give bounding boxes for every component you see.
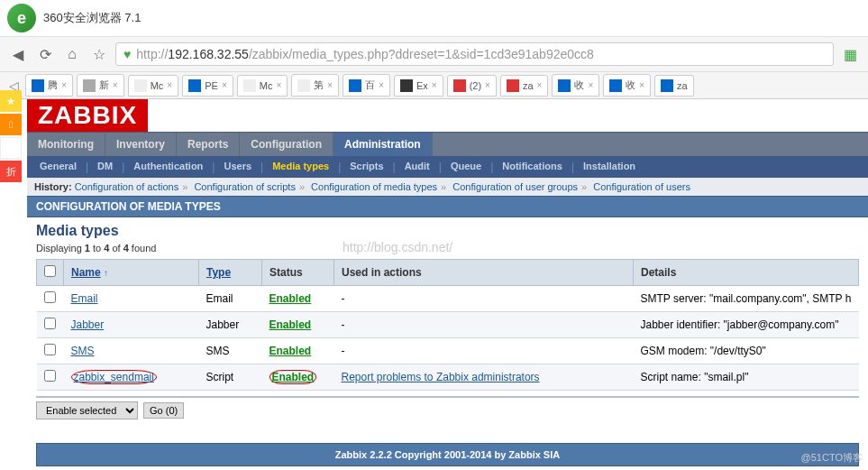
- browser-title: 360安全浏览器 7.1: [43, 10, 141, 26]
- browser-tab[interactable]: 收×: [552, 74, 599, 97]
- media-name-link[interactable]: Email: [71, 292, 98, 305]
- table-row: SMS SMS Enabled - GSM modem: "/dev/ttyS0…: [37, 338, 859, 364]
- submenu-queue[interactable]: Queue: [443, 156, 489, 178]
- row-checkbox[interactable]: [44, 291, 56, 303]
- col-type-sort[interactable]: Type: [206, 266, 231, 279]
- qr-icon[interactable]: ▦: [839, 43, 861, 65]
- table-row: Email Email Enabled - SMTP server: "mail…: [37, 286, 859, 312]
- star-icon[interactable]: ★: [0, 90, 22, 112]
- browser-tab[interactable]: Ex×: [394, 75, 443, 97]
- bulk-action-select[interactable]: Enable selected: [36, 401, 138, 419]
- zabbix-logo: ZABBIX: [27, 99, 148, 132]
- back-button[interactable]: ◀: [7, 43, 29, 65]
- browser-tab[interactable]: za×: [500, 75, 548, 97]
- row-checkbox[interactable]: [44, 370, 56, 382]
- menu-inventory[interactable]: Inventory: [105, 133, 177, 156]
- browser-title-bar: e 360安全浏览器 7.1: [0, 0, 868, 36]
- browser-tab[interactable]: 百×: [343, 74, 390, 97]
- media-type: Jabber: [199, 312, 262, 338]
- submenu-general[interactable]: General: [32, 156, 84, 178]
- history-link[interactable]: Configuration of users: [593, 181, 690, 192]
- submenu-authentication[interactable]: Authentication: [126, 156, 210, 178]
- close-icon[interactable]: ×: [379, 80, 384, 90]
- zabbix-app: ZABBIX Monitoring Inventory Reports Conf…: [27, 99, 868, 466]
- browser-tab[interactable]: 收×: [603, 74, 651, 97]
- menu-reports[interactable]: Reports: [177, 133, 240, 156]
- close-icon[interactable]: ×: [276, 80, 281, 90]
- footer: Zabbix 2.2.2 Copyright 2001-2014 by Zabb…: [36, 443, 859, 466]
- star-button[interactable]: ☆: [88, 43, 110, 65]
- close-icon[interactable]: ×: [61, 80, 67, 90]
- history-link[interactable]: Configuration of user groups: [452, 181, 578, 192]
- history-link[interactable]: Configuration of scripts: [194, 181, 296, 192]
- close-icon[interactable]: ×: [537, 80, 543, 90]
- history-link[interactable]: Configuration of media types: [311, 181, 437, 192]
- cart-icon[interactable]: 折: [0, 161, 22, 182]
- menu-monitoring[interactable]: Monitoring: [27, 133, 105, 156]
- media-name-link[interactable]: zabbix_sendmail: [74, 371, 154, 383]
- close-icon[interactable]: ×: [167, 80, 172, 90]
- used-in: -: [334, 286, 634, 312]
- submenu-media-types[interactable]: Media types: [265, 156, 336, 178]
- row-checkbox[interactable]: [44, 344, 56, 355]
- favicon-icon: [134, 79, 147, 92]
- at-icon[interactable]: @: [0, 137, 22, 159]
- status-toggle[interactable]: Enabled: [272, 371, 315, 383]
- col-used: Used in actions: [334, 260, 634, 286]
- browser-tab[interactable]: PE×: [182, 75, 233, 97]
- submenu-installation[interactable]: Installation: [576, 156, 643, 178]
- close-icon[interactable]: ×: [327, 80, 333, 90]
- menu-configuration[interactable]: Configuration: [240, 133, 333, 156]
- history-link[interactable]: Configuration of actions: [75, 181, 179, 192]
- browser-logo-icon: e: [7, 4, 36, 32]
- status-toggle[interactable]: Enabled: [270, 292, 312, 305]
- row-checkbox[interactable]: [44, 318, 56, 329]
- close-icon[interactable]: ×: [222, 80, 227, 90]
- status-toggle[interactable]: Enabled: [270, 345, 312, 357]
- weibo-icon[interactable]: 󾠀: [0, 114, 22, 135]
- col-name-sort[interactable]: Name: [71, 266, 101, 279]
- close-icon[interactable]: ×: [485, 80, 490, 90]
- reload-button[interactable]: ⟳: [34, 43, 56, 65]
- media-name-link[interactable]: Jabber: [71, 318, 105, 331]
- browser-tab[interactable]: Mc×: [237, 75, 288, 97]
- menu-administration[interactable]: Administration: [333, 133, 433, 156]
- browser-tab[interactable]: Mc×: [128, 75, 179, 97]
- favicon-icon: [32, 79, 44, 92]
- media-name-link[interactable]: SMS: [71, 345, 95, 357]
- close-icon[interactable]: ×: [588, 80, 593, 90]
- close-icon[interactable]: ×: [639, 80, 644, 90]
- close-icon[interactable]: ×: [113, 80, 118, 90]
- browser-tab[interactable]: (2)×: [447, 75, 497, 97]
- close-icon[interactable]: ×: [432, 80, 437, 90]
- favicon-icon: [188, 79, 201, 92]
- browser-tab[interactable]: 腾×: [25, 74, 73, 97]
- submenu-notifications[interactable]: Notifications: [495, 156, 570, 178]
- favicon-icon: [453, 79, 466, 92]
- submenu-dm[interactable]: DM: [90, 156, 120, 178]
- browser-tab[interactable]: 第×: [291, 74, 339, 97]
- status-toggle[interactable]: Enabled: [270, 318, 312, 331]
- home-button[interactable]: ⌂: [61, 43, 83, 65]
- corner-watermark: @51CTO博客: [801, 451, 863, 465]
- address-bar[interactable]: ♥ http://192.168.32.55/zabbix/media_type…: [115, 42, 834, 66]
- col-details: Details: [634, 260, 859, 286]
- favicon-icon: [297, 79, 310, 92]
- submenu-scripts[interactable]: Scripts: [343, 156, 390, 178]
- os-sidebar: ★ 󾠀 @ 折: [0, 90, 22, 184]
- submenu-audit[interactable]: Audit: [397, 156, 437, 178]
- media-type: Script: [199, 364, 262, 391]
- used-action-link[interactable]: Report problems to Zabbix administrators: [342, 371, 540, 383]
- go-button[interactable]: Go (0): [143, 402, 184, 419]
- sub-menu: General| DM| Authentication| Users| Medi…: [27, 156, 868, 178]
- browser-tab[interactable]: 新×: [77, 74, 124, 97]
- select-all-checkbox[interactable]: [44, 265, 56, 277]
- details: Script name: "smail.pl": [634, 364, 859, 391]
- details: Jabber identifier: "jabber@company.com": [634, 312, 859, 338]
- main-menu: Monitoring Inventory Reports Configurati…: [27, 132, 868, 156]
- browser-toolbar: ◀ ⟳ ⌂ ☆ ♥ http://192.168.32.55/zabbix/me…: [0, 36, 868, 71]
- browser-tab[interactable]: za: [654, 75, 694, 97]
- used-in: -: [334, 338, 634, 364]
- submenu-users[interactable]: Users: [216, 156, 259, 178]
- history-label: History:: [34, 181, 72, 192]
